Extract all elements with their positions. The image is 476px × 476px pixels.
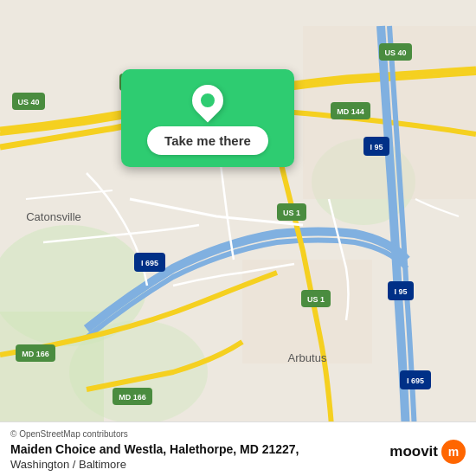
map-footer: © OpenStreetMap contributors Maiden Choi…: [0, 421, 476, 476]
svg-text:I 695: I 695: [141, 259, 158, 267]
svg-text:Catonsville: Catonsville: [26, 210, 81, 223]
map-container: US 40 US 40 US 40 MD 144 MD 144 US 1 US …: [0, 0, 476, 476]
svg-text:US 40: US 40: [17, 98, 39, 106]
svg-text:US 1: US 1: [283, 209, 300, 217]
svg-text:MD 144: MD 144: [337, 107, 364, 116]
svg-text:US 40: US 40: [384, 48, 406, 57]
svg-text:US 1: US 1: [307, 295, 325, 304]
map-popup: Take me there: [121, 69, 294, 167]
location-pin: [186, 79, 230, 123]
svg-text:I 95: I 95: [370, 143, 383, 151]
moovit-logo: moovit m: [389, 440, 466, 464]
svg-text:Arbutus: Arbutus: [288, 351, 327, 364]
svg-text:I 95: I 95: [394, 287, 407, 296]
moovit-icon: m: [441, 440, 466, 464]
svg-text:MD 166: MD 166: [119, 393, 146, 402]
moovit-text: moovit: [389, 443, 438, 460]
svg-text:MD 166: MD 166: [22, 350, 49, 358]
take-me-there-button[interactable]: Take me there: [147, 126, 268, 155]
svg-text:I 695: I 695: [407, 376, 424, 385]
attribution-text: © OpenStreetMap contributors: [10, 429, 466, 439]
